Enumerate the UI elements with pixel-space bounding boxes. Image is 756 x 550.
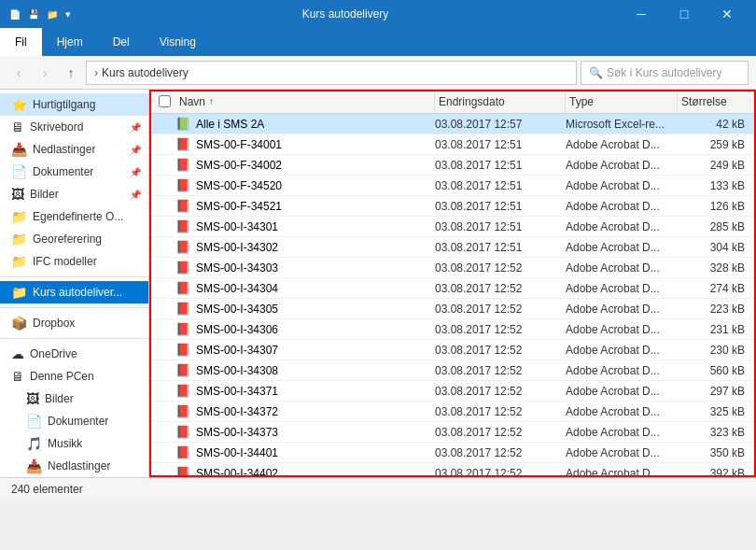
breadcrumb[interactable]: › Kurs autodelivery bbox=[86, 61, 577, 85]
table-row[interactable]: 📕SMS-00-I-3440103.08.2017 12:52Adobe Acr… bbox=[149, 443, 756, 463]
sidebar-icon-bilder: 🖼 bbox=[11, 187, 24, 202]
sidebar-item-bilder2[interactable]: 🖼Bilder bbox=[0, 388, 148, 410]
file-name-text: SMS-00-I-34372 bbox=[196, 405, 278, 418]
sidebar-item-ifc-modeller[interactable]: 📁IFC modeller bbox=[0, 250, 148, 273]
sidebar-item-dokumenter2[interactable]: 📄Dokumenter bbox=[0, 410, 148, 432]
file-date-cell: 03.08.2017 12:52 bbox=[435, 303, 566, 316]
col-date-header[interactable]: Endringsdato bbox=[435, 90, 566, 113]
col-type-header[interactable]: Type bbox=[566, 90, 678, 113]
col-size-header[interactable]: Størrelse bbox=[678, 90, 752, 113]
sidebar-item-skrivebord[interactable]: 🖥Skrivebord📌 bbox=[0, 116, 148, 138]
file-size-cell: 297 kB bbox=[678, 385, 752, 398]
search-placeholder: Søk i Kurs autodelivery bbox=[607, 66, 721, 79]
file-name-text: SMS-00-F-34520 bbox=[196, 179, 282, 192]
file-type-icon: 📕 bbox=[175, 281, 190, 295]
tab-fil[interactable]: Fil bbox=[0, 28, 42, 56]
forward-button[interactable]: › bbox=[34, 62, 56, 84]
search-icon: 🔍 bbox=[589, 66, 603, 79]
pin-icon: 📌 bbox=[130, 167, 141, 177]
table-row[interactable]: 📕SMS-00-I-3430803.08.2017 12:52Adobe Acr… bbox=[149, 360, 756, 381]
file-date-cell: 03.08.2017 12:51 bbox=[435, 200, 566, 213]
table-row[interactable]: 📕SMS-00-F-3400103.08.2017 12:51Adobe Acr… bbox=[149, 134, 756, 155]
file-name-text: SMS-00-F-34521 bbox=[196, 200, 282, 213]
file-name-text: SMS-00-I-34303 bbox=[196, 261, 278, 275]
file-type-icon: 📕 bbox=[175, 363, 190, 377]
sidebar-divider-3 bbox=[0, 338, 148, 339]
sidebar-item-nedlastinger[interactable]: 📥Nedlastinger📌 bbox=[0, 138, 148, 161]
file-type-icon: 📕 bbox=[175, 240, 190, 254]
minimize-button[interactable]: ─ bbox=[620, 0, 663, 28]
tab-del[interactable]: Del bbox=[98, 28, 145, 56]
file-type-icon: 📕 bbox=[175, 322, 190, 336]
sidebar-item-egendefinerte[interactable]: 📁Egendefinerte O... bbox=[0, 205, 148, 228]
pin-icon: 📌 bbox=[130, 190, 141, 200]
table-row[interactable]: 📕SMS-00-I-3440203.08.2017 12:52Adobe Acr… bbox=[149, 463, 756, 477]
table-row[interactable]: 📕SMS-00-I-3430503.08.2017 12:52Adobe Acr… bbox=[149, 299, 756, 319]
file-date-cell: 03.08.2017 12:52 bbox=[435, 385, 566, 398]
file-type-cell: Adobe Acrobat D... bbox=[566, 344, 678, 357]
sidebar-item-onedrive[interactable]: ☁OneDrive bbox=[0, 343, 148, 365]
file-name-text: SMS-00-I-34302 bbox=[196, 241, 278, 254]
file-type-cell: Adobe Acrobat D... bbox=[566, 446, 678, 459]
table-row[interactable]: 📕SMS-00-F-3400203.08.2017 12:51Adobe Acr… bbox=[149, 155, 756, 176]
file-type-icon: 📕 bbox=[175, 219, 190, 233]
file-date-cell: 03.08.2017 12:51 bbox=[435, 241, 566, 254]
table-row[interactable]: 📕SMS-00-I-3437203.08.2017 12:52Adobe Acr… bbox=[149, 402, 756, 422]
sidebar-item-kurs-autodelivery[interactable]: 📁Kurs autodeliver... bbox=[0, 281, 148, 303]
sidebar-item-musikk[interactable]: 🎵Musikk bbox=[0, 432, 148, 455]
sidebar-item-nedlastinger2[interactable]: 📥Nedlastinger bbox=[0, 455, 148, 477]
col-name-header[interactable]: Navn ↑ bbox=[175, 90, 435, 113]
sidebar-icon-hurtigtilgang: ⭐ bbox=[11, 97, 27, 112]
file-size-cell: 328 kB bbox=[678, 261, 752, 275]
file-date-cell: 03.08.2017 12:52 bbox=[435, 344, 566, 357]
sidebar-icon-kurs-autodelivery: 📁 bbox=[11, 285, 27, 300]
file-name-cell: 📕SMS-00-I-34373 bbox=[175, 425, 435, 439]
file-name-cell: 📕SMS-00-I-34308 bbox=[175, 363, 435, 377]
sidebar-item-hurtigtilgang[interactable]: ⭐Hurtigtilgang bbox=[0, 93, 148, 116]
table-row[interactable]: 📕SMS-00-F-3452103.08.2017 12:51Adobe Acr… bbox=[149, 196, 756, 217]
back-button[interactable]: ‹ bbox=[7, 62, 30, 84]
file-type-cell: Adobe Acrobat D... bbox=[566, 241, 678, 254]
table-row[interactable]: 📕SMS-00-I-3430303.08.2017 12:52Adobe Acr… bbox=[149, 258, 756, 278]
search-box[interactable]: 🔍 Søk i Kurs autodelivery bbox=[581, 61, 749, 85]
file-name-cell: 📕SMS-00-I-34301 bbox=[175, 219, 435, 233]
window-controls[interactable]: ─ □ ✕ bbox=[620, 0, 749, 28]
table-row[interactable]: 📕SMS-00-I-3430603.08.2017 12:52Adobe Acr… bbox=[149, 319, 756, 340]
sidebar-icon-dokumenter: 📄 bbox=[11, 164, 27, 179]
file-name-cell: 📕SMS-00-F-34521 bbox=[175, 199, 435, 213]
up-button[interactable]: ↑ bbox=[60, 62, 82, 84]
sidebar-item-georeferering[interactable]: 📁Georeferering bbox=[0, 228, 148, 250]
file-name-text: Alle i SMS 2A bbox=[196, 118, 264, 131]
sidebar-label-georeferering: Georeferering bbox=[33, 233, 102, 246]
maximize-button[interactable]: □ bbox=[663, 0, 706, 28]
table-row[interactable]: 📕SMS-00-I-3430203.08.2017 12:51Adobe Acr… bbox=[149, 237, 756, 258]
table-row[interactable]: 📕SMS-00-I-3430403.08.2017 12:52Adobe Acr… bbox=[149, 278, 756, 299]
select-all-checkbox[interactable] bbox=[159, 95, 171, 107]
breadcrumb-arrow: › bbox=[94, 66, 98, 79]
sidebar-item-bilder[interactable]: 🖼Bilder📌 bbox=[0, 183, 148, 205]
file-type-cell: Adobe Acrobat D... bbox=[566, 385, 678, 398]
file-list-body: 📗Alle i SMS 2A03.08.2017 12:57Microsoft … bbox=[149, 114, 756, 477]
tab-visning[interactable]: Visning bbox=[145, 28, 211, 56]
table-row[interactable]: 📗Alle i SMS 2A03.08.2017 12:57Microsoft … bbox=[149, 114, 756, 134]
file-name-text: SMS-00-I-34373 bbox=[196, 426, 278, 439]
file-name-cell: 📕SMS-00-I-34303 bbox=[175, 261, 435, 275]
table-row[interactable]: 📕SMS-00-I-3430103.08.2017 12:51Adobe Acr… bbox=[149, 217, 756, 237]
sidebar-label-dropbox: Dropbox bbox=[33, 317, 75, 330]
sidebar-item-denne-pcen[interactable]: 🖥Denne PCen bbox=[0, 365, 148, 388]
table-row[interactable]: 📕SMS-00-I-3430703.08.2017 12:52Adobe Acr… bbox=[149, 340, 756, 360]
sidebar-item-dropbox[interactable]: 📦Dropbox bbox=[0, 312, 148, 334]
col-check-header[interactable] bbox=[153, 95, 175, 107]
table-row[interactable]: 📕SMS-00-I-3437303.08.2017 12:52Adobe Acr… bbox=[149, 422, 756, 443]
file-type-icon: 📕 bbox=[175, 343, 190, 357]
tab-hjem[interactable]: Hjem bbox=[42, 28, 98, 56]
sidebar-item-dokumenter[interactable]: 📄Dokumenter📌 bbox=[0, 161, 148, 183]
file-type-icon: 📕 bbox=[175, 199, 190, 213]
sidebar-label-nedlastinger: Nedlastinger bbox=[33, 143, 95, 156]
table-row[interactable]: 📕SMS-00-F-3452003.08.2017 12:51Adobe Acr… bbox=[149, 176, 756, 196]
sidebar-label-kurs-autodelivery: Kurs autodeliver... bbox=[33, 286, 122, 299]
sort-arrow: ↑ bbox=[209, 96, 214, 106]
table-row[interactable]: 📕SMS-00-I-3437103.08.2017 12:52Adobe Acr… bbox=[149, 381, 756, 402]
close-button[interactable]: ✕ bbox=[706, 0, 749, 28]
quick-access-arrow: ▾ bbox=[65, 8, 71, 21]
